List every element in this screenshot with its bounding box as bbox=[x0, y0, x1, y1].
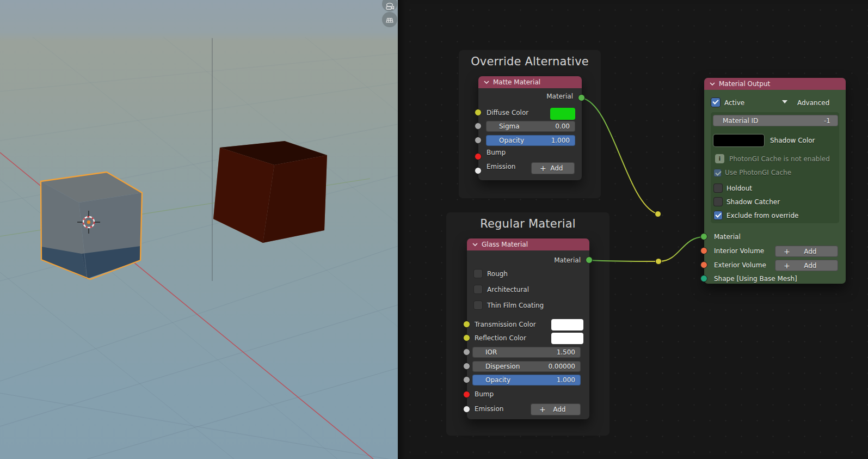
exclude-from-override-label: Exclude from override bbox=[727, 212, 798, 219]
diffuse-color-socket[interactable] bbox=[475, 109, 482, 116]
sigma-label: Sigma bbox=[486, 123, 520, 130]
reflection-color-swatch[interactable] bbox=[551, 333, 583, 344]
exclude-from-override-checkbox[interactable] bbox=[713, 211, 723, 220]
dispersion-slider[interactable]: Dispersion 0.00000 bbox=[472, 361, 581, 372]
dispersion-label: Dispersion bbox=[472, 363, 520, 370]
shadow-catcher-label: Shadow Catcher bbox=[727, 198, 780, 206]
opacity-slider[interactable]: Opacity 1.000 bbox=[472, 375, 581, 385]
reroute-node[interactable] bbox=[655, 211, 661, 217]
exterior-volume-label: Exterior Volume bbox=[714, 261, 766, 269]
rough-label: Rough bbox=[487, 270, 508, 278]
bump-label: Bump bbox=[487, 149, 506, 156]
ior-socket[interactable] bbox=[463, 348, 470, 356]
opacity-label: Opacity bbox=[486, 137, 524, 144]
diffuse-color-label: Diffuse Color bbox=[487, 109, 528, 117]
screenshot-root: Override Alternative Regular Material bbox=[0, 0, 868, 459]
emission-socket[interactable] bbox=[475, 167, 482, 174]
interior-volume-socket[interactable] bbox=[700, 247, 707, 254]
red-cube[interactable] bbox=[213, 141, 327, 243]
bump-socket[interactable] bbox=[463, 391, 470, 398]
ior-slider[interactable]: IOR 1.500 bbox=[472, 347, 581, 358]
plus-icon: + bbox=[775, 247, 790, 256]
material-input-socket[interactable] bbox=[700, 233, 707, 240]
reflection-color-socket[interactable] bbox=[463, 334, 470, 341]
emission-socket[interactable] bbox=[463, 406, 470, 413]
sigma-slider[interactable]: Sigma 0.00 bbox=[486, 121, 575, 132]
chevron-down-icon bbox=[710, 82, 715, 85]
use-photongi-label: Use PhotonGI Cache bbox=[725, 169, 791, 176]
node-matte-material[interactable]: Matte Material Material Diffuse Color Si… bbox=[478, 76, 582, 180]
selected-glass-cube[interactable] bbox=[41, 172, 142, 279]
camera-view-gizmo[interactable] bbox=[382, 0, 397, 11]
dropdown-arrow-icon[interactable] bbox=[782, 100, 787, 103]
advanced-label[interactable]: Advanced bbox=[797, 99, 829, 107]
interior-volume-label: Interior Volume bbox=[714, 247, 764, 255]
rough-checkbox[interactable] bbox=[473, 269, 483, 278]
node-header[interactable]: Matte Material bbox=[478, 76, 582, 88]
opacity-socket[interactable] bbox=[463, 376, 470, 383]
ior-label: IOR bbox=[472, 348, 497, 356]
diffuse-color-swatch[interactable] bbox=[550, 108, 575, 120]
info-icon: i bbox=[715, 154, 724, 163]
opacity-slider[interactable]: Opacity 1.000 bbox=[486, 135, 575, 146]
bump-socket[interactable] bbox=[475, 153, 482, 160]
node-title: Material Output bbox=[719, 80, 770, 88]
emission-label: Emission bbox=[487, 163, 515, 170]
shadow-catcher-checkbox[interactable] bbox=[713, 197, 723, 206]
sigma-value: 0.00 bbox=[555, 123, 575, 130]
node-editor[interactable]: Override Alternative Regular Material bbox=[398, 0, 868, 459]
photongi-info-text: PhotonGI Cache is not enabled bbox=[729, 155, 830, 163]
architectural-label: Architectural bbox=[487, 286, 529, 293]
exterior-volume-socket[interactable] bbox=[700, 261, 707, 268]
shape-label: Shape [Using Base Mesh] bbox=[714, 275, 797, 283]
material-id-slider[interactable]: Material ID -1 bbox=[713, 115, 838, 126]
node-material-output[interactable]: Material Output Active Advanced Material… bbox=[704, 78, 846, 284]
grid-floor-icon bbox=[384, 14, 396, 26]
grid-floor-gizmo[interactable] bbox=[382, 12, 397, 27]
node-title: Matte Material bbox=[493, 78, 540, 86]
output-label: Material bbox=[554, 256, 581, 264]
emission-label: Emission bbox=[475, 405, 503, 413]
dispersion-value: 0.00000 bbox=[548, 363, 581, 370]
shadow-color-swatch[interactable] bbox=[713, 134, 764, 146]
opacity-label: Opacity bbox=[472, 376, 510, 384]
thin-film-coating-label: Thin Film Coating bbox=[487, 302, 544, 309]
sigma-socket[interactable] bbox=[475, 123, 482, 130]
node-header[interactable]: Material Output bbox=[704, 78, 846, 90]
chevron-down-icon bbox=[484, 81, 489, 84]
3d-viewport[interactable] bbox=[0, 0, 398, 459]
active-label: Active bbox=[724, 99, 744, 107]
transmission-color-label: Transmission Color bbox=[475, 321, 536, 328]
holdout-label: Holdout bbox=[727, 185, 752, 192]
transmission-color-swatch[interactable] bbox=[551, 319, 583, 331]
reroute-node[interactable] bbox=[656, 259, 662, 265]
node-header[interactable]: Glass Material bbox=[467, 238, 589, 250]
reflection-color-label: Reflection Color bbox=[475, 334, 526, 342]
viewport-scene bbox=[0, 0, 398, 459]
active-checkbox[interactable] bbox=[711, 97, 721, 107]
material-output-socket[interactable] bbox=[586, 256, 593, 264]
chevron-down-icon bbox=[472, 243, 478, 246]
opacity-socket[interactable] bbox=[475, 137, 482, 144]
thin-film-coating-checkbox[interactable] bbox=[473, 301, 483, 310]
dispersion-socket[interactable] bbox=[463, 363, 470, 370]
node-glass-material[interactable]: Glass Material Material Rough Architectu… bbox=[467, 238, 589, 419]
plus-icon: + bbox=[531, 164, 546, 173]
camera-icon bbox=[384, 0, 396, 10]
advanced-panel bbox=[711, 112, 839, 223]
bump-label: Bump bbox=[475, 390, 494, 398]
node-title: Glass Material bbox=[482, 241, 528, 248]
holdout-checkbox[interactable] bbox=[713, 183, 723, 193]
opacity-value: 1.000 bbox=[551, 137, 575, 144]
emission-add-button[interactable]: + Add bbox=[531, 403, 581, 415]
material-output-socket[interactable] bbox=[578, 94, 585, 101]
material-id-label: Material ID bbox=[713, 117, 758, 125]
shape-socket[interactable] bbox=[700, 275, 707, 282]
architectural-checkbox[interactable] bbox=[473, 285, 483, 294]
material-id-value: -1 bbox=[824, 117, 838, 125]
transmission-color-socket[interactable] bbox=[463, 321, 470, 328]
emission-add-button[interactable]: + Add bbox=[531, 162, 575, 174]
ior-value: 1.500 bbox=[557, 348, 581, 356]
interior-volume-add-button[interactable]: + Add bbox=[775, 246, 838, 257]
exterior-volume-add-button[interactable]: + Add bbox=[775, 260, 838, 271]
